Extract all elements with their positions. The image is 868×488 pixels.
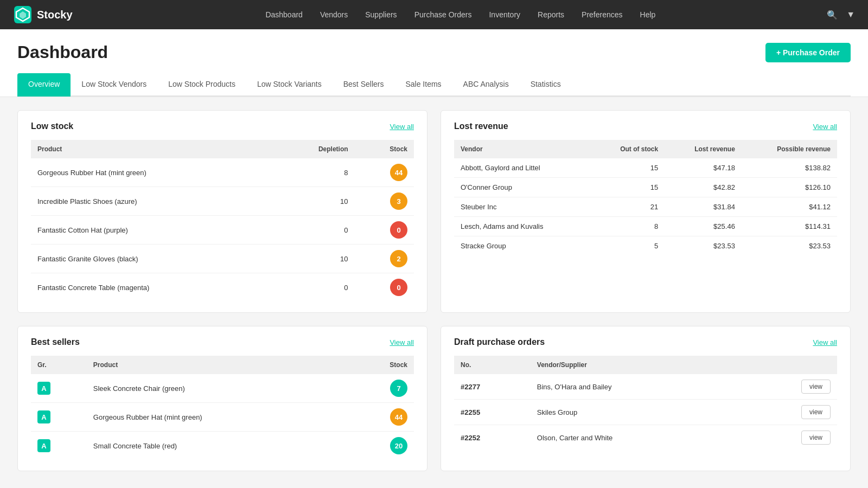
product-name: Small Concrete Table (red) — [87, 432, 348, 460]
tab-sale-items[interactable]: Sale Items — [394, 73, 452, 97]
stock-value: 3 — [355, 187, 414, 216]
lost-revenue-view-all[interactable]: View all — [813, 123, 837, 131]
lost-revenue-title: Lost revenue — [454, 121, 508, 131]
tab-low-stock-variants[interactable]: Low Stock Variants — [246, 73, 333, 97]
vendor-name: O'Conner Group — [454, 178, 591, 197]
table-row: Steuber Inc 21 $31.84 $41.12 — [454, 197, 837, 217]
tab-abc-analysis[interactable]: ABC Analysis — [452, 73, 520, 97]
navbar: Stocky Dashboard Vendors Suppliers Purch… — [0, 0, 868, 29]
col-possible-revenue: Possible revenue — [742, 140, 837, 158]
table-row: Incredible Plastic Shoes (azure) 10 3 — [31, 187, 414, 216]
draft-orders-table: No. Vendor/Supplier #2277 Bins, O'Hara a… — [454, 356, 837, 450]
tab-overview[interactable]: Overview — [17, 73, 71, 97]
table-row: Stracke Group 5 $23.53 $23.53 — [454, 236, 837, 256]
table-row: A Sleek Concrete Chair (green) 7 — [31, 374, 414, 403]
view-cell: view — [738, 374, 837, 400]
depletion-value: 0 — [272, 273, 355, 302]
view-order-button[interactable]: view — [801, 431, 831, 445]
nav-vendors[interactable]: Vendors — [320, 10, 348, 19]
table-row: A Small Concrete Table (red) 20 — [31, 432, 414, 460]
caret-icon[interactable]: ▼ — [846, 10, 855, 20]
page-title: Dashboard — [17, 42, 108, 62]
col-no: No. — [454, 356, 531, 374]
table-row: Abbott, Gaylord and Littel 15 $47.18 $13… — [454, 158, 837, 178]
view-cell: view — [738, 425, 837, 451]
nav-dashboard[interactable]: Dashboard — [265, 10, 303, 19]
stock-badge: 44 — [390, 408, 407, 426]
stock-badge: 7 — [390, 380, 407, 397]
product-name: Fantastic Granite Gloves (black) — [31, 245, 272, 273]
possible-revenue-value: $23.53 — [742, 236, 837, 256]
order-number: #2252 — [454, 425, 531, 451]
tab-statistics[interactable]: Statistics — [520, 73, 572, 97]
nav-links: Dashboard Vendors Suppliers Purchase Ord… — [94, 10, 827, 19]
lost-revenue-value: $23.53 — [665, 236, 742, 256]
nav-suppliers[interactable]: Suppliers — [365, 10, 397, 19]
stock-value: 2 — [355, 245, 414, 273]
order-number: #2255 — [454, 400, 531, 425]
col-action — [738, 356, 837, 374]
col-stock: Stock — [355, 140, 414, 158]
col-out-of-stock: Out of stock — [591, 140, 665, 158]
product-name: Fantastic Concrete Table (magenta) — [31, 273, 272, 302]
stock-value: 7 — [348, 374, 414, 403]
table-row: #2252 Olson, Carter and White view — [454, 425, 837, 451]
depletion-value: 10 — [272, 187, 355, 216]
stock-value: 0 — [355, 216, 414, 245]
vendor-name: Stracke Group — [454, 236, 591, 256]
tab-low-stock-vendors[interactable]: Low Stock Vendors — [71, 73, 157, 97]
tab-best-sellers[interactable]: Best Sellers — [333, 73, 395, 97]
nav-inventory[interactable]: Inventory — [489, 10, 520, 19]
stock-value: 20 — [348, 432, 414, 460]
product-name: Sleek Concrete Chair (green) — [87, 374, 348, 403]
nav-reports[interactable]: Reports — [538, 10, 564, 19]
stock-badge: 20 — [390, 437, 407, 454]
low-stock-view-all[interactable]: View all — [390, 123, 414, 131]
possible-revenue-value: $126.10 — [742, 178, 837, 197]
col-stock: Stock — [348, 356, 414, 374]
grade-badge: A — [37, 410, 50, 423]
table-row: #2277 Bins, O'Hara and Bailey view — [454, 374, 837, 400]
nav-actions: 🔍 ▼ — [827, 10, 855, 20]
nav-purchase-orders[interactable]: Purchase Orders — [414, 10, 472, 19]
col-gr: Gr. — [31, 356, 87, 374]
nav-help[interactable]: Help — [640, 10, 656, 19]
lost-revenue-value: $42.82 — [665, 178, 742, 197]
product-name: Incredible Plastic Shoes (azure) — [31, 187, 272, 216]
stock-value: 44 — [348, 403, 414, 432]
stock-value: 0 — [355, 273, 414, 302]
col-vendor-supplier: Vendor/Supplier — [531, 356, 738, 374]
vendor-name: Steuber Inc — [454, 197, 591, 217]
col-product: Product — [31, 140, 272, 158]
out-of-stock-value: 8 — [591, 217, 665, 236]
grade-badge: A — [37, 382, 50, 395]
nav-preferences[interactable]: Preferences — [582, 10, 622, 19]
tabs: Overview Low Stock Vendors Low Stock Pro… — [17, 73, 851, 97]
possible-revenue-value: $138.82 — [742, 158, 837, 178]
best-sellers-title: Best sellers — [31, 337, 80, 347]
logo-icon — [13, 5, 33, 24]
product-name: Gorgeous Rubber Hat (mint green) — [31, 158, 272, 187]
table-row: Fantastic Concrete Table (magenta) 0 0 — [31, 273, 414, 302]
view-order-button[interactable]: view — [801, 380, 831, 394]
table-row: O'Conner Group 15 $42.82 $126.10 — [454, 178, 837, 197]
draft-orders-view-all[interactable]: View all — [813, 338, 837, 346]
tab-low-stock-products[interactable]: Low Stock Products — [157, 73, 246, 97]
col-depletion: Depletion — [272, 140, 355, 158]
table-row: Gorgeous Rubber Hat (mint green) 8 44 — [31, 158, 414, 187]
stock-badge: 0 — [390, 221, 407, 239]
lost-revenue-card: Lost revenue View all Vendor Out of stoc… — [441, 110, 851, 313]
stock-badge: 44 — [390, 164, 407, 181]
search-icon[interactable]: 🔍 — [827, 10, 838, 20]
best-sellers-view-all[interactable]: View all — [390, 338, 414, 346]
vendor-name: Abbott, Gaylord and Littel — [454, 158, 591, 178]
table-row: A Gorgeous Rubber Hat (mint green) 44 — [31, 403, 414, 432]
logo[interactable]: Stocky — [13, 5, 73, 24]
purchase-order-button[interactable]: + Purchase Order — [765, 43, 851, 62]
view-order-button[interactable]: view — [801, 405, 831, 419]
lost-revenue-table: Vendor Out of stock Lost revenue Possibl… — [454, 140, 837, 255]
depletion-value: 10 — [272, 245, 355, 273]
depletion-value: 8 — [272, 158, 355, 187]
draft-orders-title: Draft purchase orders — [454, 337, 545, 347]
low-stock-card: Low stock View all Product Depletion Sto… — [17, 110, 427, 313]
